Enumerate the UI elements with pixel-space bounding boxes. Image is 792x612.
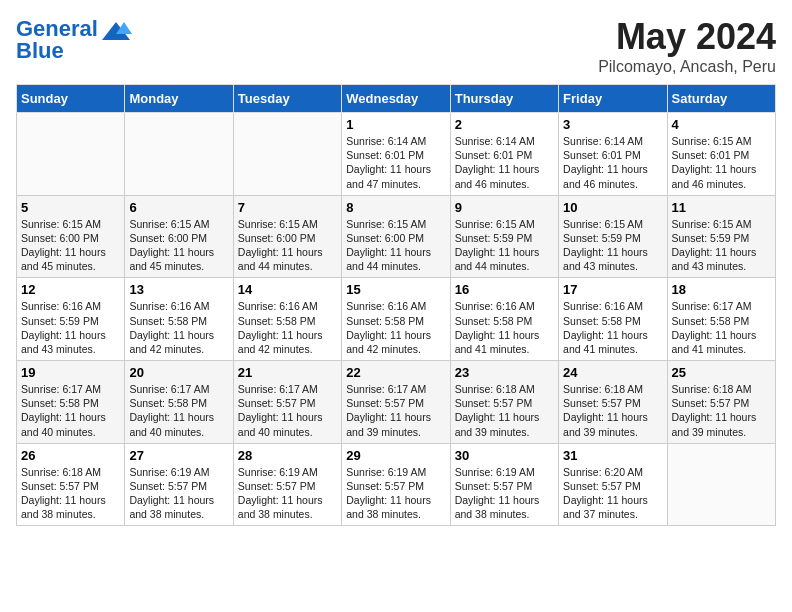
day-number: 30	[455, 448, 554, 463]
day-info: Sunrise: 6:15 AM Sunset: 5:59 PM Dayligh…	[672, 217, 771, 274]
day-info: Sunrise: 6:19 AM Sunset: 5:57 PM Dayligh…	[455, 465, 554, 522]
calendar-week-row: 12Sunrise: 6:16 AM Sunset: 5:59 PM Dayli…	[17, 278, 776, 361]
day-number: 4	[672, 117, 771, 132]
calendar-cell: 13Sunrise: 6:16 AM Sunset: 5:58 PM Dayli…	[125, 278, 233, 361]
calendar-week-row: 5Sunrise: 6:15 AM Sunset: 6:00 PM Daylig…	[17, 195, 776, 278]
calendar-cell	[667, 443, 775, 526]
calendar-cell: 5Sunrise: 6:15 AM Sunset: 6:00 PM Daylig…	[17, 195, 125, 278]
day-info: Sunrise: 6:19 AM Sunset: 5:57 PM Dayligh…	[346, 465, 445, 522]
day-number: 31	[563, 448, 662, 463]
calendar-cell: 29Sunrise: 6:19 AM Sunset: 5:57 PM Dayli…	[342, 443, 450, 526]
day-info: Sunrise: 6:19 AM Sunset: 5:57 PM Dayligh…	[238, 465, 337, 522]
day-number: 28	[238, 448, 337, 463]
logo-icon	[100, 20, 132, 42]
calendar-cell	[233, 113, 341, 196]
calendar-cell	[125, 113, 233, 196]
calendar-cell: 10Sunrise: 6:15 AM Sunset: 5:59 PM Dayli…	[559, 195, 667, 278]
day-info: Sunrise: 6:15 AM Sunset: 6:00 PM Dayligh…	[238, 217, 337, 274]
day-number: 18	[672, 282, 771, 297]
calendar-week-row: 19Sunrise: 6:17 AM Sunset: 5:58 PM Dayli…	[17, 361, 776, 444]
calendar-cell: 26Sunrise: 6:18 AM Sunset: 5:57 PM Dayli…	[17, 443, 125, 526]
month-title: May 2024	[598, 16, 776, 58]
day-info: Sunrise: 6:16 AM Sunset: 5:58 PM Dayligh…	[346, 299, 445, 356]
calendar-cell: 17Sunrise: 6:16 AM Sunset: 5:58 PM Dayli…	[559, 278, 667, 361]
logo-blue-text: Blue	[16, 38, 64, 64]
calendar-cell: 28Sunrise: 6:19 AM Sunset: 5:57 PM Dayli…	[233, 443, 341, 526]
day-number: 22	[346, 365, 445, 380]
day-number: 14	[238, 282, 337, 297]
day-number: 24	[563, 365, 662, 380]
calendar-cell	[17, 113, 125, 196]
day-number: 8	[346, 200, 445, 215]
calendar-week-row: 26Sunrise: 6:18 AM Sunset: 5:57 PM Dayli…	[17, 443, 776, 526]
calendar-cell: 4Sunrise: 6:15 AM Sunset: 6:01 PM Daylig…	[667, 113, 775, 196]
calendar-cell: 8Sunrise: 6:15 AM Sunset: 6:00 PM Daylig…	[342, 195, 450, 278]
day-info: Sunrise: 6:15 AM Sunset: 6:00 PM Dayligh…	[129, 217, 228, 274]
day-info: Sunrise: 6:20 AM Sunset: 5:57 PM Dayligh…	[563, 465, 662, 522]
day-header-sunday: Sunday	[17, 85, 125, 113]
calendar-cell: 27Sunrise: 6:19 AM Sunset: 5:57 PM Dayli…	[125, 443, 233, 526]
day-info: Sunrise: 6:16 AM Sunset: 5:58 PM Dayligh…	[455, 299, 554, 356]
day-number: 10	[563, 200, 662, 215]
day-number: 23	[455, 365, 554, 380]
page-header: General Blue May 2024 Pilcomayo, Ancash,…	[16, 16, 776, 76]
day-number: 3	[563, 117, 662, 132]
calendar-cell: 16Sunrise: 6:16 AM Sunset: 5:58 PM Dayli…	[450, 278, 558, 361]
day-info: Sunrise: 6:14 AM Sunset: 6:01 PM Dayligh…	[455, 134, 554, 191]
day-info: Sunrise: 6:14 AM Sunset: 6:01 PM Dayligh…	[346, 134, 445, 191]
calendar-cell: 2Sunrise: 6:14 AM Sunset: 6:01 PM Daylig…	[450, 113, 558, 196]
day-header-friday: Friday	[559, 85, 667, 113]
calendar-cell: 21Sunrise: 6:17 AM Sunset: 5:57 PM Dayli…	[233, 361, 341, 444]
calendar-cell: 18Sunrise: 6:17 AM Sunset: 5:58 PM Dayli…	[667, 278, 775, 361]
calendar-cell: 15Sunrise: 6:16 AM Sunset: 5:58 PM Dayli…	[342, 278, 450, 361]
day-number: 5	[21, 200, 120, 215]
day-info: Sunrise: 6:18 AM Sunset: 5:57 PM Dayligh…	[455, 382, 554, 439]
day-info: Sunrise: 6:17 AM Sunset: 5:58 PM Dayligh…	[129, 382, 228, 439]
day-number: 29	[346, 448, 445, 463]
day-number: 2	[455, 117, 554, 132]
calendar-cell: 25Sunrise: 6:18 AM Sunset: 5:57 PM Dayli…	[667, 361, 775, 444]
day-info: Sunrise: 6:15 AM Sunset: 6:01 PM Dayligh…	[672, 134, 771, 191]
day-number: 16	[455, 282, 554, 297]
calendar-cell: 14Sunrise: 6:16 AM Sunset: 5:58 PM Dayli…	[233, 278, 341, 361]
calendar-cell: 22Sunrise: 6:17 AM Sunset: 5:57 PM Dayli…	[342, 361, 450, 444]
calendar-cell: 7Sunrise: 6:15 AM Sunset: 6:00 PM Daylig…	[233, 195, 341, 278]
day-info: Sunrise: 6:16 AM Sunset: 5:58 PM Dayligh…	[563, 299, 662, 356]
day-info: Sunrise: 6:17 AM Sunset: 5:58 PM Dayligh…	[21, 382, 120, 439]
day-info: Sunrise: 6:15 AM Sunset: 5:59 PM Dayligh…	[563, 217, 662, 274]
day-number: 1	[346, 117, 445, 132]
day-info: Sunrise: 6:17 AM Sunset: 5:58 PM Dayligh…	[672, 299, 771, 356]
day-number: 9	[455, 200, 554, 215]
day-number: 19	[21, 365, 120, 380]
day-number: 27	[129, 448, 228, 463]
calendar-cell: 19Sunrise: 6:17 AM Sunset: 5:58 PM Dayli…	[17, 361, 125, 444]
calendar-table: SundayMondayTuesdayWednesdayThursdayFrid…	[16, 84, 776, 526]
day-info: Sunrise: 6:16 AM Sunset: 5:58 PM Dayligh…	[238, 299, 337, 356]
calendar-header-row: SundayMondayTuesdayWednesdayThursdayFrid…	[17, 85, 776, 113]
logo: General Blue	[16, 16, 132, 64]
day-header-saturday: Saturday	[667, 85, 775, 113]
day-number: 12	[21, 282, 120, 297]
calendar-cell: 12Sunrise: 6:16 AM Sunset: 5:59 PM Dayli…	[17, 278, 125, 361]
calendar-cell: 3Sunrise: 6:14 AM Sunset: 6:01 PM Daylig…	[559, 113, 667, 196]
calendar-cell: 9Sunrise: 6:15 AM Sunset: 5:59 PM Daylig…	[450, 195, 558, 278]
calendar-cell: 31Sunrise: 6:20 AM Sunset: 5:57 PM Dayli…	[559, 443, 667, 526]
day-number: 21	[238, 365, 337, 380]
title-block: May 2024 Pilcomayo, Ancash, Peru	[598, 16, 776, 76]
day-header-thursday: Thursday	[450, 85, 558, 113]
day-info: Sunrise: 6:15 AM Sunset: 6:00 PM Dayligh…	[346, 217, 445, 274]
day-info: Sunrise: 6:16 AM Sunset: 5:59 PM Dayligh…	[21, 299, 120, 356]
day-info: Sunrise: 6:15 AM Sunset: 5:59 PM Dayligh…	[455, 217, 554, 274]
calendar-cell: 30Sunrise: 6:19 AM Sunset: 5:57 PM Dayli…	[450, 443, 558, 526]
day-info: Sunrise: 6:14 AM Sunset: 6:01 PM Dayligh…	[563, 134, 662, 191]
calendar-cell: 1Sunrise: 6:14 AM Sunset: 6:01 PM Daylig…	[342, 113, 450, 196]
day-number: 6	[129, 200, 228, 215]
day-info: Sunrise: 6:17 AM Sunset: 5:57 PM Dayligh…	[346, 382, 445, 439]
day-info: Sunrise: 6:18 AM Sunset: 5:57 PM Dayligh…	[672, 382, 771, 439]
calendar-cell: 6Sunrise: 6:15 AM Sunset: 6:00 PM Daylig…	[125, 195, 233, 278]
day-info: Sunrise: 6:18 AM Sunset: 5:57 PM Dayligh…	[21, 465, 120, 522]
day-number: 20	[129, 365, 228, 380]
day-header-monday: Monday	[125, 85, 233, 113]
day-info: Sunrise: 6:19 AM Sunset: 5:57 PM Dayligh…	[129, 465, 228, 522]
day-header-tuesday: Tuesday	[233, 85, 341, 113]
